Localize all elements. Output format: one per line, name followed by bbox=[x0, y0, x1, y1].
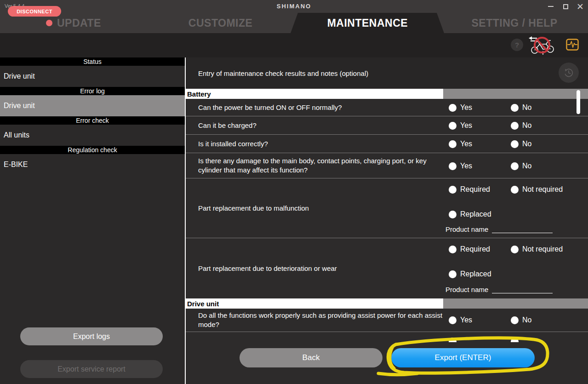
option-not-required[interactable]: Not required bbox=[511, 185, 563, 194]
radio-no[interactable] bbox=[511, 162, 519, 170]
tab-customize[interactable]: CUSTOMIZE bbox=[147, 13, 294, 33]
maximize-button[interactable] bbox=[561, 2, 570, 11]
product-name-input[interactable] bbox=[492, 227, 553, 233]
option-no[interactable]: No bbox=[511, 121, 531, 130]
radio-required[interactable] bbox=[449, 186, 457, 194]
option-required[interactable]: Required bbox=[449, 185, 490, 194]
question-row-replacement-malfunction: Part replacement due to malfunction Repl… bbox=[186, 178, 588, 238]
radio-replaced[interactable] bbox=[449, 211, 457, 218]
radio-yes[interactable] bbox=[449, 162, 457, 170]
radio-not-required[interactable] bbox=[511, 246, 519, 253]
option-required[interactable]: Required bbox=[449, 245, 490, 253]
question-row-replacement-wear: Part replacement due to deterioration or… bbox=[186, 238, 588, 298]
radio-yes[interactable] bbox=[449, 316, 457, 324]
title-bar: Ver.5.4.4 SHIMANO ✕ bbox=[0, 0, 588, 13]
radio-yes[interactable] bbox=[449, 122, 457, 130]
question-text: Is it installed correctly? bbox=[198, 139, 446, 148]
radio-no[interactable] bbox=[511, 140, 519, 148]
close-button[interactable]: ✕ bbox=[576, 2, 584, 11]
question-row-assist: Do all the functions work properly such … bbox=[186, 309, 588, 332]
tab-setting-help[interactable]: SETTING / HELP bbox=[441, 13, 588, 33]
product-name-label: Product name bbox=[445, 225, 488, 233]
minimize-button[interactable] bbox=[547, 2, 555, 11]
product-name-field: Product name bbox=[445, 286, 553, 293]
sidebar-item-status-drive-unit[interactable]: Drive unit bbox=[0, 66, 185, 87]
section-title-battery: Battery bbox=[186, 89, 443, 99]
export-enter-button[interactable]: Export (ENTER) bbox=[391, 348, 535, 367]
question-row-installed: Is it installed correctly? Yes No bbox=[186, 135, 588, 153]
toolbar bbox=[0, 33, 588, 57]
reset-history-button[interactable] bbox=[559, 63, 579, 83]
option-yes[interactable]: Yes bbox=[449, 103, 472, 112]
option-not-required[interactable]: Not required bbox=[511, 245, 563, 253]
question-row-damage: Is there any damage to the main body, co… bbox=[186, 153, 588, 178]
sidebar: Status Drive unit Error log Drive unit E… bbox=[0, 57, 185, 384]
sidebar-item-e-bike[interactable]: E-BIKE bbox=[0, 154, 185, 175]
radio-yes[interactable] bbox=[449, 104, 457, 112]
tab-maintenance-label: MAINTENANCE bbox=[327, 17, 408, 29]
entry-header: Entry of maintenance check results and n… bbox=[186, 57, 588, 89]
option-yes[interactable]: Yes bbox=[449, 121, 472, 130]
question-text: Is there any damage to the main body, co… bbox=[198, 156, 446, 175]
section-header-fill bbox=[443, 298, 588, 309]
product-name-label: Product name bbox=[445, 286, 488, 293]
sidebar-section-regulation-check: Regulation check bbox=[0, 146, 185, 154]
disconnect-button[interactable]: DISCONNECT bbox=[8, 6, 61, 17]
radio-partial bbox=[449, 338, 457, 342]
sidebar-section-status: Status bbox=[0, 57, 185, 66]
section-header-drive-unit: Drive unit bbox=[186, 298, 588, 309]
radio-no[interactable] bbox=[511, 122, 519, 130]
question-text: Can the power be turned ON or OFF normal… bbox=[198, 103, 446, 112]
sidebar-item-errorlog-drive-unit[interactable]: Drive unit bbox=[0, 95, 185, 116]
close-icon: ✕ bbox=[577, 2, 584, 11]
bike-disconnected-icon bbox=[528, 34, 557, 56]
diagnosis-pulse-icon[interactable] bbox=[566, 39, 579, 51]
question-row-charge: Can it be charged? Yes No bbox=[186, 116, 588, 135]
tab-setting-help-label: SETTING / HELP bbox=[472, 17, 558, 29]
export-service-report-button[interactable]: Export service report bbox=[20, 360, 163, 378]
sidebar-section-error-log: Error log bbox=[0, 87, 185, 95]
section-header-battery: Battery bbox=[186, 89, 588, 99]
back-button[interactable]: Back bbox=[240, 348, 382, 367]
minimize-icon bbox=[548, 6, 554, 7]
option-no[interactable]: No bbox=[511, 103, 531, 112]
question-text: Can it be charged? bbox=[198, 120, 446, 130]
radio-no[interactable] bbox=[511, 316, 519, 324]
product-name-input[interactable] bbox=[492, 287, 553, 293]
radio-yes[interactable] bbox=[449, 140, 457, 148]
radio-not-required[interactable] bbox=[511, 186, 519, 194]
question-text: Part replacement due to deterioration or… bbox=[198, 264, 446, 273]
radio-replaced[interactable] bbox=[449, 270, 457, 278]
option-yes[interactable]: Yes bbox=[449, 162, 472, 170]
section-header-fill bbox=[443, 89, 588, 99]
history-undo-icon bbox=[563, 67, 575, 79]
option-replaced[interactable]: Replaced bbox=[449, 210, 491, 218]
radio-no[interactable] bbox=[511, 104, 519, 112]
radio-required[interactable] bbox=[449, 246, 457, 253]
option-yes[interactable]: Yes bbox=[449, 316, 472, 324]
tab-maintenance[interactable]: MAINTENANCE bbox=[294, 13, 441, 33]
option-no[interactable]: No bbox=[511, 162, 531, 170]
scrollbar-thumb[interactable] bbox=[577, 90, 580, 114]
update-notification-dot-icon bbox=[46, 20, 52, 26]
shimano-logo: SHIMANO bbox=[0, 3, 588, 10]
help-icon[interactable]: ? bbox=[511, 39, 523, 51]
sidebar-item-all-units[interactable]: All units bbox=[0, 125, 185, 146]
tab-bar: UPDATE CUSTOMIZE MAINTENANCE SETTING / H… bbox=[0, 13, 588, 33]
question-text: Do all the functions work properly such … bbox=[198, 311, 446, 330]
product-name-field: Product name bbox=[445, 225, 553, 233]
option-no[interactable]: No bbox=[511, 316, 531, 324]
tab-update-label: UPDATE bbox=[57, 17, 101, 29]
option-no[interactable]: No bbox=[511, 140, 531, 148]
radio-partial bbox=[511, 338, 519, 342]
question-text: Part replacement due to malfunction bbox=[198, 203, 446, 212]
sidebar-section-error-check: Error check bbox=[0, 116, 185, 125]
option-yes[interactable]: Yes bbox=[449, 140, 472, 148]
entry-title: Entry of maintenance check results and n… bbox=[198, 69, 368, 77]
question-row-power: Can the power be turned ON or OFF normal… bbox=[186, 99, 588, 116]
maintenance-check-panel: Entry of maintenance check results and n… bbox=[186, 57, 588, 384]
section-title-drive-unit: Drive unit bbox=[186, 298, 443, 309]
maximize-icon bbox=[563, 4, 568, 9]
option-replaced[interactable]: Replaced bbox=[449, 270, 491, 278]
export-logs-button[interactable]: Export logs bbox=[20, 327, 163, 345]
